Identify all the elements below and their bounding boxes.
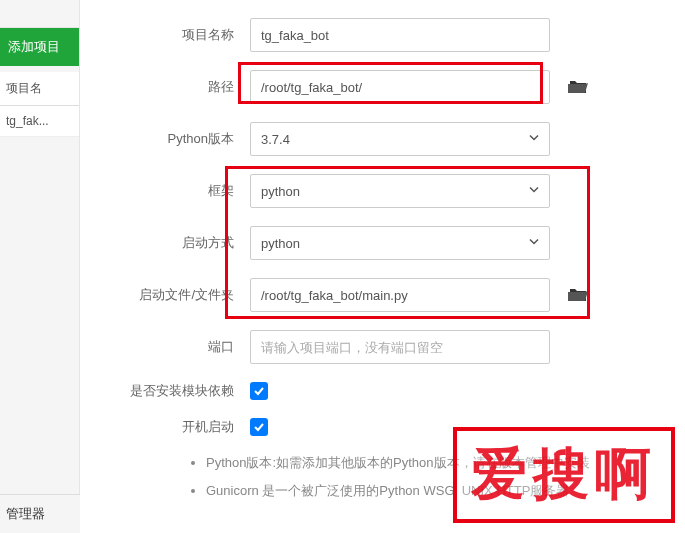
row-project-name: 项目名称: [120, 18, 645, 52]
checkbox-install-deps[interactable]: [250, 382, 268, 400]
sidebar-manager-link[interactable]: 管理器: [0, 494, 80, 533]
note-item: Gunicorn 是一个被广泛使用的Python WSGI UNIX HTTP服…: [206, 482, 645, 500]
label-autostart: 开机启动: [120, 418, 250, 436]
row-framework: 框架: [120, 174, 645, 208]
sidebar-search-row: 项目名: [0, 72, 79, 106]
note-item: Python版本:如需添加其他版本的Python版本，请在版本管理中安装: [206, 454, 645, 472]
label-framework: 框架: [120, 182, 250, 200]
select-start-mode[interactable]: [250, 226, 550, 260]
select-python-version[interactable]: [250, 122, 550, 156]
label-path: 路径: [120, 78, 250, 96]
label-start-mode: 启动方式: [120, 234, 250, 252]
label-start-file: 启动文件/文件夹: [120, 286, 250, 304]
folder-icon[interactable]: [568, 287, 588, 303]
sidebar: 添加项目 项目名 tg_fak... 管理器: [0, 0, 80, 533]
input-path[interactable]: [250, 70, 550, 104]
sidebar-column-header: 项目名: [0, 72, 79, 105]
label-project-name: 项目名称: [120, 26, 250, 44]
input-port[interactable]: [250, 330, 550, 364]
form-panel: 项目名称 路径 Python版本 框架 启动方式: [80, 0, 685, 520]
sidebar-top-spacer: [0, 0, 79, 28]
select-framework[interactable]: [250, 174, 550, 208]
folder-icon[interactable]: [568, 79, 588, 95]
label-install-deps: 是否安装模块依赖: [120, 382, 250, 400]
row-python-version: Python版本: [120, 122, 645, 156]
row-path: 路径: [120, 70, 645, 104]
label-port: 端口: [120, 338, 250, 356]
row-install-deps: 是否安装模块依赖: [120, 382, 645, 400]
row-start-file: 启动文件/文件夹: [120, 278, 645, 312]
sidebar-item-project[interactable]: tg_fak...: [0, 106, 79, 137]
row-autostart: 开机启动: [120, 418, 645, 436]
input-start-file[interactable]: [250, 278, 550, 312]
sidebar-tab-add-project[interactable]: 添加项目: [0, 28, 79, 66]
input-project-name[interactable]: [250, 18, 550, 52]
row-start-mode: 启动方式: [120, 226, 645, 260]
label-python-version: Python版本: [120, 130, 250, 148]
row-port: 端口: [120, 330, 645, 364]
checkbox-autostart[interactable]: [250, 418, 268, 436]
notes-list: Python版本:如需添加其他版本的Python版本，请在版本管理中安装 Gun…: [188, 454, 645, 500]
